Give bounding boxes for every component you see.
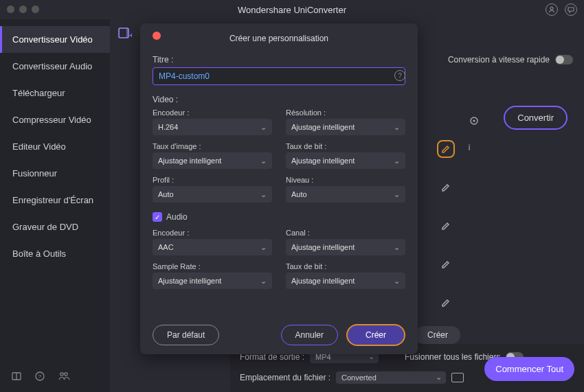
sidebar-item-video-converter[interactable]: Convertisseur Vidéo bbox=[0, 26, 110, 53]
settings-icon[interactable] bbox=[469, 115, 480, 128]
bitrate-value: Ajustage intelligent bbox=[291, 157, 355, 165]
account-icon[interactable] bbox=[546, 3, 558, 16]
audio-checkbox[interactable]: ✓ bbox=[153, 212, 162, 222]
audio-encoder-select[interactable]: AAC bbox=[153, 239, 272, 255]
samplerate-label: Sample Rate : bbox=[153, 262, 272, 270]
feedback-icon[interactable] bbox=[565, 3, 577, 16]
svg-text:?: ? bbox=[38, 373, 42, 380]
cancel-button[interactable]: Annuler bbox=[281, 325, 338, 345]
edit-output-icon[interactable] bbox=[437, 294, 455, 312]
edit-output-icon[interactable] bbox=[437, 217, 455, 235]
sidebar-item-label: Boîte à Outils bbox=[12, 249, 66, 259]
cancel-button-label: Annuler bbox=[295, 330, 324, 340]
svg-text:+: + bbox=[129, 31, 132, 39]
add-file-icon[interactable]: + bbox=[117, 25, 132, 41]
tutorial-icon[interactable] bbox=[11, 371, 22, 384]
channel-select[interactable]: Ajustage intelligent bbox=[286, 239, 405, 255]
start-all-label: Commencer Tout bbox=[495, 364, 563, 374]
output-location-value: Converted bbox=[341, 373, 377, 382]
sidebar-item-label: Convertisseur Audio bbox=[12, 61, 92, 71]
sidebar-item-dvd-burner[interactable]: Graveur de DVD bbox=[0, 214, 110, 240]
sidebar-item-video-compressor[interactable]: Compresseur Vidéo bbox=[0, 106, 110, 133]
profile-label: Profil : bbox=[153, 176, 272, 184]
video-section-label: Video : bbox=[153, 95, 405, 104]
convert-button-label: Convertir bbox=[517, 113, 554, 123]
edit-icons-column bbox=[437, 140, 455, 350]
svg-point-11 bbox=[473, 119, 475, 122]
audio-bitrate-select[interactable]: Ajustage intelligent bbox=[286, 273, 405, 289]
open-folder-icon[interactable] bbox=[451, 373, 464, 382]
level-value: Auto bbox=[291, 190, 307, 198]
maximize-window-icon[interactable] bbox=[32, 5, 39, 13]
community-icon[interactable] bbox=[58, 371, 70, 384]
window-controls bbox=[7, 5, 39, 13]
sidebar-item-label: Editeur Vidéo bbox=[12, 141, 66, 152]
sidebar-item-label: Graveur de DVD bbox=[12, 222, 78, 232]
encoder-value: H.264 bbox=[158, 123, 178, 131]
info-icon[interactable]: i bbox=[463, 141, 475, 154]
create-preset-button[interactable]: Créer bbox=[415, 326, 460, 344]
default-button[interactable]: Par défaut bbox=[153, 325, 219, 345]
titlebar: Wondershare UniConverter bbox=[0, 0, 584, 19]
sidebar-item-downloader[interactable]: Téléchargeur bbox=[0, 80, 110, 106]
sidebar-item-screen-recorder[interactable]: Enregistreur d'Écran bbox=[0, 187, 110, 214]
samplerate-select[interactable]: Ajustage intelligent bbox=[153, 273, 272, 289]
output-location-label: Emplacement du fichier : bbox=[240, 373, 330, 382]
resolution-select[interactable]: Ajustage intelligent bbox=[286, 119, 405, 135]
audio-checkbox-row[interactable]: ✓ Audio bbox=[153, 212, 405, 222]
create-preset-label: Créer bbox=[427, 330, 448, 340]
sidebar-bottom: ? bbox=[0, 362, 110, 392]
preset-title-input[interactable] bbox=[153, 67, 405, 85]
bitrate-label: Taux de bit : bbox=[286, 142, 405, 150]
resolution-label: Résolution : bbox=[286, 108, 405, 117]
modal-close-icon[interactable] bbox=[153, 32, 161, 40]
modal-footer: Par défaut Annuler Créer bbox=[153, 324, 405, 346]
level-label: Niveau : bbox=[286, 176, 405, 184]
modal-help-icon[interactable]: ? bbox=[394, 70, 405, 81]
help-icon[interactable]: ? bbox=[34, 371, 45, 384]
create-button-label: Créer bbox=[366, 330, 386, 340]
bitrate-select[interactable]: Ajustage intelligent bbox=[286, 152, 405, 169]
sidebar: Convertisseur Vidéo Convertisseur Audio … bbox=[0, 19, 110, 392]
sidebar-item-audio-converter[interactable]: Convertisseur Audio bbox=[0, 53, 110, 80]
custom-preset-modal: Créer une personnalisation ? Titre : Vid… bbox=[140, 23, 418, 354]
sidebar-item-label: Fusionneur bbox=[12, 168, 57, 178]
sidebar-item-toolbox[interactable]: Boîte à Outils bbox=[0, 240, 110, 267]
svg-point-6 bbox=[65, 373, 67, 376]
channel-label: Canal : bbox=[286, 229, 405, 237]
edit-output-icon[interactable] bbox=[437, 178, 455, 196]
high-speed-toggle[interactable] bbox=[555, 55, 573, 65]
edit-output-icon[interactable] bbox=[437, 255, 455, 273]
sidebar-item-label: Compresseur Vidéo bbox=[12, 115, 91, 125]
sidebar-item-label: Enregistreur d'Écran bbox=[12, 195, 93, 205]
audio-checkbox-label: Audio bbox=[166, 212, 188, 222]
minimize-window-icon[interactable] bbox=[19, 5, 27, 13]
convert-button[interactable]: Convertir bbox=[504, 106, 568, 130]
svg-point-5 bbox=[60, 373, 63, 376]
profile-select[interactable]: Auto bbox=[153, 186, 272, 203]
sidebar-item-video-editor[interactable]: Editeur Vidéo bbox=[0, 133, 110, 160]
app-title: Wondershare UniConverter bbox=[238, 5, 346, 15]
channel-value: Ajustage intelligent bbox=[291, 243, 355, 251]
audio-encoder-value: AAC bbox=[158, 243, 174, 251]
framerate-select[interactable]: Ajustage intelligent bbox=[153, 152, 272, 169]
svg-point-0 bbox=[550, 7, 553, 10]
modal-title: Créer une personnalisation bbox=[229, 34, 328, 43]
output-location-select[interactable]: Converted bbox=[336, 371, 446, 384]
encoder-select[interactable]: H.264 bbox=[153, 119, 272, 135]
sidebar-item-merger[interactable]: Fusionneur bbox=[0, 160, 110, 187]
high-speed-label: Conversion à vitesse rapide bbox=[448, 55, 550, 65]
merge-label: Fusionner tous les fichiers bbox=[405, 352, 500, 362]
audio-bitrate-value: Ajustage intelligent bbox=[291, 277, 355, 285]
resolution-value: Ajustage intelligent bbox=[291, 123, 355, 131]
start-all-button[interactable]: Commencer Tout bbox=[484, 357, 574, 381]
audio-bitrate-label: Taux de bit : bbox=[286, 262, 405, 270]
create-button[interactable]: Créer bbox=[346, 324, 405, 346]
default-button-label: Par défaut bbox=[167, 330, 205, 340]
edit-output-icon[interactable] bbox=[437, 140, 455, 158]
level-select[interactable]: Auto bbox=[286, 186, 405, 203]
audio-encoder-label: Encodeur : bbox=[153, 229, 272, 237]
title-field-label: Titre : bbox=[153, 55, 405, 65]
framerate-value: Ajustage intelligent bbox=[158, 157, 221, 165]
close-window-icon[interactable] bbox=[7, 5, 14, 13]
